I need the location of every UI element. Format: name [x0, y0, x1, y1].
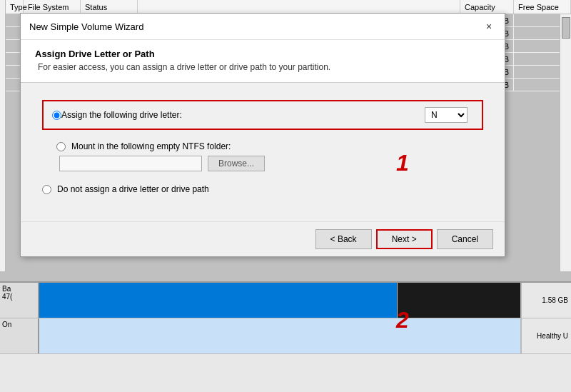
- option2-label[interactable]: Mount in the following empty NTFS folder…: [71, 141, 231, 151]
- ntfs-input-row: Browse...: [56, 156, 483, 171]
- scroll-thumb[interactable]: [562, 17, 570, 39]
- disk-status-2: Healthy U: [521, 318, 571, 353]
- option3-radio[interactable]: [42, 185, 51, 194]
- segment-blue: [39, 283, 398, 318]
- dialog-header-desc: For easier access, you can assign a driv…: [35, 62, 490, 72]
- disk-view-bottom: Ba 47( 1.58 GB On Healthy U: [0, 281, 571, 392]
- legend: [0, 354, 571, 370]
- option1-container: Assign the following drive letter: N: [42, 100, 483, 130]
- scrollbar[interactable]: [560, 14, 571, 271]
- option2-radio[interactable]: [56, 142, 66, 151]
- table-header: Type File System Status Capacity Free Sp…: [0, 0, 571, 14]
- dialog-header-title: Assign Drive Letter or Path: [35, 49, 490, 59]
- disk-label-2: On: [0, 318, 39, 353]
- col-status: Status: [81, 0, 138, 14]
- segment-black: [398, 283, 521, 318]
- disk-capacity-1: 1.58 GB: [521, 283, 571, 318]
- dialog-body: Assign the following drive letter: N Mou…: [21, 83, 505, 221]
- col-filesystem: File System: [24, 0, 81, 14]
- col-type: Type: [6, 0, 24, 14]
- dialog-footer: < Back Next > Cancel: [21, 221, 505, 256]
- ntfs-path-input[interactable]: [59, 156, 202, 171]
- annotation-1: 1: [396, 150, 409, 176]
- cancel-button[interactable]: Cancel: [437, 229, 493, 249]
- dialog-title: New Simple Volume Wizard: [29, 21, 143, 32]
- option3-label[interactable]: Do not assign a drive letter or drive pa…: [57, 184, 209, 194]
- disk-label-1: Ba 47(: [0, 283, 39, 318]
- segment-light: [39, 318, 521, 353]
- option3-container: Do not assign a drive letter or drive pa…: [42, 184, 483, 194]
- left-strip: [0, 0, 6, 271]
- back-button[interactable]: < Back: [315, 229, 372, 249]
- option1-radio[interactable]: [52, 111, 61, 120]
- browse-button[interactable]: Browse...: [208, 156, 265, 171]
- option1-label[interactable]: Assign the following drive letter:: [61, 110, 182, 120]
- disk-row-2: On Healthy U: [0, 318, 571, 354]
- option2-radio-row: Mount in the following empty NTFS folder…: [56, 141, 483, 151]
- col-freespace: Free Space: [514, 0, 571, 14]
- disk-segments-1: [39, 283, 521, 318]
- drive-letter-select[interactable]: N: [425, 107, 468, 123]
- disk-segments-2: [39, 318, 521, 353]
- dialog-header: Assign Drive Letter or Path For easier a…: [21, 40, 505, 83]
- next-button[interactable]: Next >: [376, 229, 433, 249]
- disk-row-1: Ba 47( 1.58 GB: [0, 283, 571, 318]
- close-button[interactable]: ×: [482, 19, 496, 34]
- wizard-dialog: New Simple Volume Wizard × Assign Drive …: [20, 13, 505, 257]
- dialog-titlebar: New Simple Volume Wizard ×: [21, 14, 505, 40]
- col-capacity: Capacity: [460, 0, 514, 14]
- annotation-2: 2: [396, 307, 409, 333]
- option2-container: Mount in the following empty NTFS folder…: [42, 141, 483, 171]
- col-spacer: [138, 0, 460, 14]
